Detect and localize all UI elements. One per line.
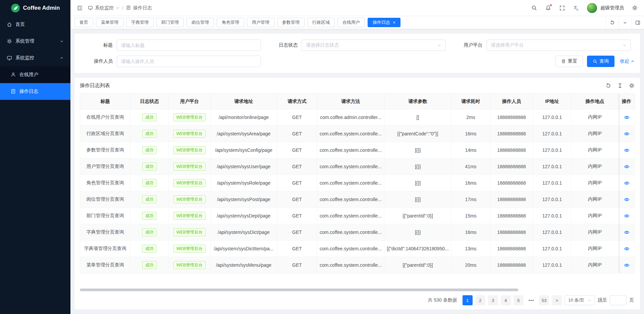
page-buttons: 12345•••53	[463, 295, 549, 305]
cell-status: 成功	[130, 224, 169, 241]
page-size-value: 10 条/页	[568, 297, 584, 303]
view-detail-eye-icon[interactable]	[624, 147, 630, 153]
cell-platform: WEB管理后台	[169, 224, 211, 241]
cell-operator: 18888888888	[490, 208, 533, 224]
view-detail-eye-icon[interactable]	[624, 262, 630, 268]
tab-item-1[interactable]: 菜单管理	[96, 18, 123, 27]
page-size-select[interactable]: 10 条/页	[565, 295, 595, 305]
page-button-1[interactable]: 1	[463, 295, 473, 305]
tab-item-0[interactable]: 首页	[74, 18, 93, 27]
page-button-5[interactable]: 5	[514, 295, 524, 305]
platform-select-placeholder: 请选择用户平台	[491, 42, 623, 48]
cell-ip: 127.0.0.1	[533, 257, 572, 273]
tab-label: 部门管理	[161, 19, 179, 25]
cell-location: 内网IP	[572, 142, 619, 159]
tab-close-icon[interactable]: ×	[393, 20, 395, 25]
tab-item-9[interactable]: 在线用户	[337, 18, 365, 27]
column-header-1: 日志状态	[130, 94, 169, 109]
sidebar-item-system-monitor[interactable]: 系统监控	[0, 50, 70, 66]
svg-text:A: A	[577, 8, 579, 11]
platform-select[interactable]: 请选择用户平台	[487, 40, 631, 51]
tab-item-5[interactable]: 角色管理	[217, 18, 244, 27]
cell-location: 内网IP	[572, 175, 619, 191]
scrollbar-thumb[interactable]	[80, 289, 518, 291]
cell-url: /api/system/sysArea/page	[211, 126, 277, 142]
search-button[interactable]: 查询	[587, 56, 614, 67]
sidebar: Coffee Admin 首页 系统管理 系统监控	[0, 0, 70, 314]
cell-func: com.coffee.system.controlle...	[317, 159, 384, 175]
tab-item-10[interactable]: 操作日志×	[368, 18, 400, 27]
tab-label: 操作日志	[373, 19, 390, 25]
next-page-button[interactable]: >	[552, 295, 562, 305]
sidebar-item-operation-log[interactable]: 操作日志	[0, 83, 70, 100]
page-button-2[interactable]: 2	[475, 295, 485, 305]
view-detail-eye-icon[interactable]	[624, 213, 630, 219]
cell-ip: 127.0.0.1	[533, 241, 572, 257]
table-wrap: 标题日志状态用户平台请求地址请求方式请求方法请求参数请求耗时操作人员IP地址操作…	[80, 93, 635, 273]
reset-button[interactable]: 重置	[555, 56, 583, 67]
cell-actions	[619, 159, 635, 175]
cell-location: 内网IP	[572, 191, 619, 208]
view-detail-eye-icon[interactable]	[624, 180, 630, 186]
column-settings-gear-icon[interactable]	[629, 83, 635, 88]
cell-duration: 16ms	[451, 175, 490, 191]
search-icon[interactable]	[531, 5, 537, 11]
cell-location: 内网IP	[572, 159, 619, 175]
settings-gear-icon[interactable]	[631, 5, 638, 11]
status-badge: 成功	[142, 195, 157, 204]
column-header-10: 操作地点	[572, 94, 619, 109]
horizontal-scrollbar[interactable]	[80, 289, 635, 291]
platform-badge: WEB管理后台	[173, 130, 206, 138]
view-detail-eye-icon[interactable]	[624, 197, 630, 202]
status-select[interactable]: 请选择日志状态	[302, 40, 446, 51]
user-avatar[interactable]	[587, 3, 597, 13]
view-detail-eye-icon[interactable]	[624, 246, 630, 252]
column-header-9: IP地址	[533, 94, 572, 109]
column-header-0: 标题	[80, 94, 130, 109]
tab-item-6[interactable]: 用户管理	[247, 18, 274, 27]
operator-input[interactable]	[117, 56, 261, 67]
page-button-53[interactable]: 53	[539, 295, 549, 305]
view-detail-eye-icon[interactable]	[624, 164, 630, 170]
sidebar-item-home[interactable]: 首页	[0, 16, 70, 33]
cell-operator: 18888888888	[490, 224, 533, 241]
tab-menu-chevron-icon[interactable]	[619, 16, 631, 29]
cell-title: 在线用户分页查询	[80, 109, 130, 126]
table-row: 菜单管理分页查询成功WEB管理后台/api/system/sysMenu/pag…	[80, 257, 635, 273]
refresh-tab-icon[interactable]	[606, 16, 619, 29]
tab-item-2[interactable]: 字典管理	[126, 18, 154, 27]
view-detail-eye-icon[interactable]	[624, 131, 630, 137]
sidebar-item-system-management[interactable]: 系统管理	[0, 33, 70, 50]
page-button-3[interactable]: 3	[488, 295, 498, 305]
page-button-4[interactable]: 4	[501, 295, 511, 305]
view-detail-eye-icon[interactable]	[624, 115, 630, 120]
sidebar-item-online-users[interactable]: 在线用户	[0, 66, 70, 83]
collapse-button[interactable]: 收起	[620, 58, 635, 64]
tab-item-3[interactable]: 部门管理	[156, 18, 184, 27]
translate-icon[interactable]: 文A	[573, 5, 580, 11]
filter-actions: 重置 查询 收起	[555, 56, 635, 67]
cell-method: GET	[277, 175, 317, 191]
fullscreen-icon[interactable]	[559, 5, 566, 11]
filter-platform-field: 用户平台 请选择用户平台	[450, 40, 635, 51]
cell-title: 部门管理分页查询	[80, 208, 130, 224]
tab-item-8[interactable]: 行政区域	[307, 18, 335, 27]
trash-icon	[561, 59, 566, 64]
cell-platform: WEB管理后台	[169, 126, 211, 142]
cell-url: /api/system/sysDict/page	[211, 224, 277, 241]
density-icon[interactable]	[617, 83, 623, 88]
breadcrumb-system-monitor[interactable]: 系统监控	[95, 5, 114, 11]
menu-fold-icon[interactable]	[76, 5, 83, 11]
username[interactable]: 超级管理员	[600, 5, 624, 11]
tab-item-7[interactable]: 参数管理	[277, 18, 305, 27]
cell-actions	[619, 208, 635, 224]
layout-panel-icon[interactable]	[631, 16, 644, 29]
refresh-icon[interactable]	[605, 83, 611, 88]
cell-url: /api/system/sysRole/page	[211, 175, 277, 191]
notification-bell-icon[interactable]	[545, 5, 551, 11]
view-detail-eye-icon[interactable]	[624, 230, 630, 235]
title-input[interactable]	[117, 40, 261, 51]
jump-page-input[interactable]	[610, 295, 627, 305]
tab-item-4[interactable]: 岗位管理	[186, 18, 214, 27]
table-body: 在线用户分页查询成功WEB管理后台/api/monitor/online/pag…	[80, 109, 635, 273]
